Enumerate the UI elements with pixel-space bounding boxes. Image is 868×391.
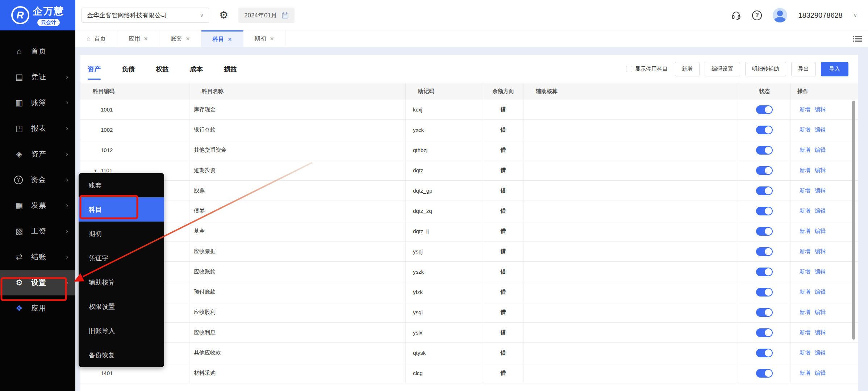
- import-button[interactable]: 导入: [821, 62, 848, 76]
- company-select[interactable]: 金华企客管网络科技有限公司 ∨: [82, 8, 209, 23]
- submenu-item-permission[interactable]: 权限设置: [79, 294, 164, 319]
- help-icon[interactable]: ?: [752, 10, 762, 20]
- submenu-item-initial[interactable]: 期初: [79, 222, 164, 246]
- category-tab-cost[interactable]: 成本: [190, 55, 203, 83]
- row-add-link[interactable]: 新增: [800, 248, 810, 255]
- period-value: 2024年01月: [244, 11, 277, 20]
- sidebar-item-payroll[interactable]: ▧工资›: [0, 218, 75, 244]
- status-toggle[interactable]: [756, 349, 773, 357]
- row-add-link[interactable]: 新增: [800, 147, 810, 154]
- avatar[interactable]: [773, 8, 787, 22]
- sidebar-item-voucher[interactable]: ▤凭证›: [0, 64, 75, 90]
- row-edit-link[interactable]: 编辑: [815, 309, 826, 316]
- headset-icon[interactable]: [731, 10, 741, 20]
- row-edit-link[interactable]: 编辑: [815, 329, 826, 336]
- sidebar-item-invoice[interactable]: ▦发票›: [0, 193, 75, 218]
- chevron-right-icon: ›: [66, 202, 68, 209]
- tab-initial[interactable]: 期初✕: [243, 30, 285, 47]
- tab-subject[interactable]: 科目✕: [201, 30, 243, 47]
- category-tab-liability[interactable]: 负债: [122, 55, 135, 83]
- sidebar-item-asset[interactable]: ◈资产›: [0, 141, 75, 167]
- toggle-knob: [765, 329, 772, 336]
- row-edit-link[interactable]: 编辑: [815, 207, 826, 214]
- status-toggle[interactable]: [756, 268, 773, 276]
- vertical-scrollbar[interactable]: [852, 101, 855, 340]
- close-icon[interactable]: ✕: [270, 36, 274, 42]
- close-icon[interactable]: ✕: [186, 36, 190, 42]
- row-add-link[interactable]: 新增: [800, 349, 810, 356]
- row-edit-link[interactable]: 编辑: [815, 167, 826, 174]
- row-add-link[interactable]: 新增: [800, 329, 810, 336]
- row-edit-link[interactable]: 编辑: [815, 248, 826, 255]
- close-icon[interactable]: ✕: [228, 37, 232, 42]
- submenu-item-voucher-word[interactable]: 凭证字: [79, 246, 164, 270]
- category-tab-pnl[interactable]: 损益: [224, 55, 237, 83]
- category-tab-asset[interactable]: 资产: [88, 55, 101, 83]
- status-toggle[interactable]: [756, 166, 773, 175]
- user-menu-chevron-icon[interactable]: ∨: [854, 12, 857, 18]
- detail-to-aux-button[interactable]: 明细转辅助: [745, 62, 786, 76]
- sidebar-item-apps[interactable]: ❖应用: [0, 295, 75, 321]
- status-toggle[interactable]: [756, 369, 773, 378]
- status-toggle[interactable]: [756, 105, 773, 114]
- sidebar-item-home[interactable]: ⌂首页: [0, 38, 75, 64]
- row-edit-link[interactable]: 编辑: [815, 187, 826, 194]
- status-toggle[interactable]: [756, 146, 773, 155]
- close-icon[interactable]: ✕: [144, 36, 148, 42]
- tab-home[interactable]: ⌂首页: [75, 30, 117, 47]
- period-picker[interactable]: 2024年01月: [238, 8, 295, 23]
- cell-subject-name: 预付账款: [189, 282, 406, 302]
- tab-label: 科目: [213, 35, 224, 43]
- sidebar-item-fund[interactable]: ¥资金›: [0, 167, 75, 193]
- status-toggle[interactable]: [756, 308, 773, 317]
- row-edit-link[interactable]: 编辑: [815, 228, 826, 235]
- row-add-link[interactable]: 新增: [800, 228, 810, 235]
- row-edit-link[interactable]: 编辑: [815, 268, 826, 275]
- status-toggle[interactable]: [756, 186, 773, 195]
- row-edit-link[interactable]: 编辑: [815, 106, 826, 113]
- column-header-3: 余额方向: [483, 83, 523, 100]
- status-toggle[interactable]: [756, 207, 773, 215]
- row-edit-link[interactable]: 编辑: [815, 370, 826, 377]
- row-add-link[interactable]: 新增: [800, 207, 810, 214]
- category-tab-equity[interactable]: 权益: [156, 55, 169, 83]
- row-add-link[interactable]: 新增: [800, 187, 810, 194]
- row-add-link[interactable]: 新增: [800, 289, 810, 295]
- submenu-item-old-import[interactable]: 旧账导入: [79, 319, 164, 343]
- status-toggle[interactable]: [756, 227, 773, 236]
- submenu-item-subject[interactable]: 科目: [79, 197, 164, 222]
- sidebar-item-report[interactable]: ◳报表›: [0, 115, 75, 141]
- status-toggle[interactable]: [756, 328, 773, 337]
- row-add-link[interactable]: 新增: [800, 167, 810, 174]
- submenu-item-account-set[interactable]: 账套: [79, 173, 164, 197]
- gear-icon[interactable]: ⚙: [219, 10, 228, 20]
- expand-caret-icon[interactable]: ▼: [93, 168, 97, 173]
- row-add-link[interactable]: 新增: [800, 268, 810, 275]
- sidebar-item-ledger[interactable]: ▥账簿›: [0, 90, 75, 115]
- add-button[interactable]: 新增: [675, 62, 700, 76]
- submenu-item-backup-restore[interactable]: 备份恢复: [79, 343, 164, 367]
- show-disabled-checkbox[interactable]: [626, 66, 632, 72]
- tab-apps[interactable]: 应用✕: [117, 30, 159, 47]
- tab-account-set[interactable]: 账套✕: [159, 30, 201, 47]
- row-edit-link[interactable]: 编辑: [815, 349, 826, 356]
- sidebar-item-settings[interactable]: ⚙设置›: [0, 270, 75, 295]
- tab-list-icon[interactable]: [853, 35, 862, 43]
- code-settings-button[interactable]: 编码设置: [705, 62, 740, 76]
- sidebar-item-closing[interactable]: ⇄结账›: [0, 244, 75, 270]
- row-edit-link[interactable]: 编辑: [815, 289, 826, 295]
- status-toggle[interactable]: [756, 288, 773, 297]
- export-button[interactable]: 导出: [791, 62, 816, 76]
- row-add-link[interactable]: 新增: [800, 126, 810, 133]
- status-toggle[interactable]: [756, 126, 773, 134]
- cell-mnemonic: clcg: [406, 363, 483, 383]
- submenu-item-aux-accounting[interactable]: 辅助核算: [79, 270, 164, 294]
- row-add-link[interactable]: 新增: [800, 309, 810, 316]
- status-toggle[interactable]: [756, 247, 773, 256]
- row-edit-link[interactable]: 编辑: [815, 126, 826, 133]
- row-edit-link[interactable]: 编辑: [815, 147, 826, 154]
- cell-mnemonic: ysgl: [406, 302, 483, 322]
- report-icon: ◳: [14, 124, 25, 133]
- row-add-link[interactable]: 新增: [800, 106, 810, 113]
- row-add-link[interactable]: 新增: [800, 370, 810, 377]
